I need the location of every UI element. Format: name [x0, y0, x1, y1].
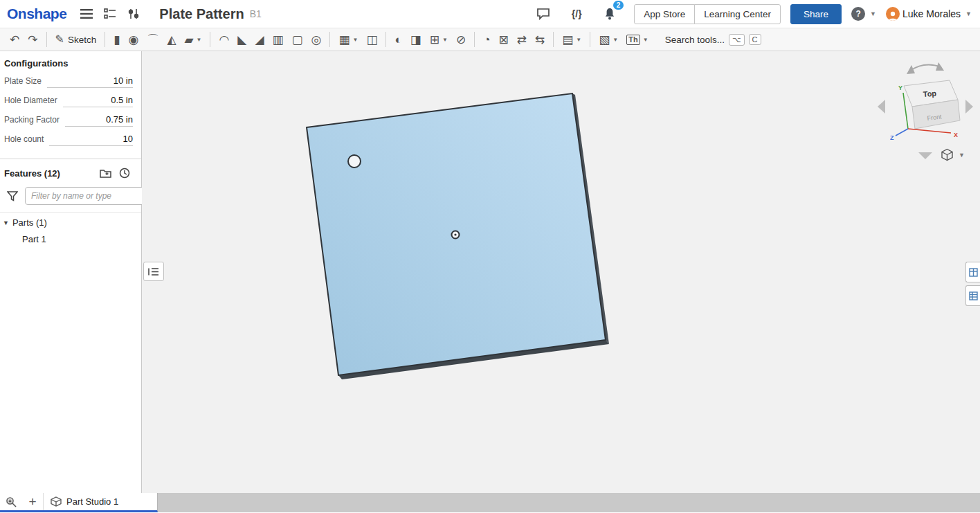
mirror-icon[interactable]: ◫: [363, 30, 381, 49]
sweep-icon[interactable]: ⌒: [143, 30, 162, 49]
fillet-icon[interactable]: ◠: [215, 30, 233, 49]
fillet-glyph: ◠: [219, 34, 229, 46]
history-clock-icon[interactable]: [118, 166, 131, 180]
dropdown-caret-icon[interactable]: ▼: [197, 37, 202, 43]
chevron-down-icon[interactable]: ▼: [3, 219, 9, 226]
top-bar: Onshape Plate Pattern B1 {/} 2: [0, 0, 980, 28]
config-value-input[interactable]: 10: [49, 134, 133, 146]
rotate-right-arrow[interactable]: [965, 100, 973, 114]
config-value-input[interactable]: 10 in: [47, 75, 133, 88]
view-cube-top-label[interactable]: Top: [923, 89, 936, 98]
loft-icon[interactable]: ◭: [163, 30, 179, 49]
tab-bar: + Part Studio 1: [0, 493, 980, 512]
y-axis-line: [903, 93, 908, 129]
search-tools-button[interactable]: Search tools... ⌥C: [665, 34, 761, 46]
config-row: Packing Factor0.75 in: [4, 107, 136, 127]
x-axis-line: [908, 129, 951, 133]
features-header: Features (12): [0, 159, 141, 184]
graphics-viewport[interactable]: Top Front Y Z X ▼: [142, 51, 980, 493]
hole-icon[interactable]: ◎: [308, 30, 325, 49]
onshape-logo[interactable]: Onshape: [7, 6, 66, 22]
appearance-panel-glyph: ▧: [599, 34, 610, 46]
toolbar-tools: ↶↷✎Sketch▮◉⌒◭▰▼◠◣◢▥▢◎▦▼◫◐◨⊞▼⊘◔⊠⇄⇆▤▼▧▼Th▼: [6, 30, 653, 49]
linear-pattern-icon[interactable]: ▦▼: [335, 30, 361, 49]
split-icon[interactable]: ◨: [407, 30, 425, 49]
thicken-glyph: ▰: [184, 34, 193, 46]
view-cube[interactable]: Top Front Y Z X: [872, 57, 977, 162]
thicken-icon[interactable]: ▰▼: [181, 30, 205, 49]
settings-sliders-icon[interactable]: [125, 5, 143, 23]
rotate-left-arrow[interactable]: [878, 100, 885, 114]
config-label: Hole Diameter: [4, 96, 57, 107]
help-menu[interactable]: ? ▼: [851, 7, 876, 21]
boolean-icon[interactable]: ◐: [391, 30, 405, 49]
hole-1[interactable]: [348, 155, 361, 168]
view-options-button[interactable]: ▼: [941, 148, 965, 161]
revolve-icon[interactable]: ◉: [125, 30, 143, 49]
modify-fillet-icon[interactable]: ◔: [480, 30, 493, 49]
rib-icon[interactable]: ▥: [269, 30, 287, 49]
help-icon[interactable]: ?: [851, 7, 865, 21]
appearance-panel-icon[interactable]: ▧▼: [595, 30, 621, 49]
filter-input[interactable]: [25, 187, 145, 205]
new-folder-icon[interactable]: [98, 166, 112, 180]
featurescript-braces-icon[interactable]: {/}: [568, 5, 586, 23]
feature-toolbar: ↶↷✎Sketch▮◉⌒◭▰▼◠◣◢▥▢◎▦▼◫◐◨⊞▼⊘◔⊠⇄⇆▤▼▧▼Th▼…: [0, 28, 980, 51]
extrude-icon[interactable]: ▮: [110, 30, 123, 49]
learning-center-button[interactable]: Learning Center: [694, 4, 781, 24]
toolbar-separator: [385, 32, 386, 47]
split-glyph: ◨: [410, 34, 421, 46]
chamfer-icon[interactable]: ◣: [234, 30, 250, 49]
toolbar-separator: [590, 32, 590, 47]
sketch-button[interactable]: ✎Sketch: [52, 30, 100, 49]
dropdown-caret-icon[interactable]: ▼: [442, 37, 448, 43]
share-button[interactable]: Share: [790, 4, 842, 24]
notifications-bell-icon[interactable]: 2: [601, 5, 619, 23]
loft-glyph: ◭: [167, 34, 176, 46]
dropdown-caret-icon[interactable]: ▼: [576, 37, 581, 43]
config-value-input[interactable]: 0.75 in: [65, 114, 133, 127]
undo-icon[interactable]: ↶: [6, 30, 23, 49]
redo-icon[interactable]: ↷: [24, 30, 41, 49]
hamburger-menu-icon[interactable]: [78, 5, 96, 23]
config-row: Hole Diameter0.5 in: [4, 88, 136, 107]
add-tab-button[interactable]: +: [22, 493, 43, 510]
view-mode-cube-icon: [941, 148, 954, 161]
model-canvas[interactable]: [142, 51, 979, 493]
move-face-icon[interactable]: ⇄: [514, 30, 530, 49]
config-label: Plate Size: [4, 76, 42, 88]
modify-fillet-glyph: ◔: [483, 34, 490, 46]
document-outline-icon[interactable]: [101, 5, 119, 23]
filter-funnel-icon[interactable]: [7, 191, 18, 201]
rotate-down-arrow[interactable]: [918, 152, 932, 159]
tab-part-studio-1[interactable]: Part Studio 1: [43, 493, 157, 510]
feature-list-toggle-button[interactable]: [143, 262, 164, 281]
parts-panel-tab[interactable]: [965, 262, 980, 282]
sketch-label: Sketch: [68, 35, 96, 45]
dropdown-caret-icon[interactable]: ▼: [353, 37, 359, 43]
parts-group-header[interactable]: ▼ Parts (1): [0, 212, 141, 231]
shortcut-key-option: ⌥: [729, 34, 745, 46]
surface-tools-icon[interactable]: ▤▼: [559, 30, 585, 49]
dropdown-caret-icon[interactable]: ▼: [612, 37, 618, 43]
app-store-button[interactable]: App Store: [634, 4, 695, 24]
user-menu[interactable]: Luke Morales ▼: [886, 7, 972, 21]
custom-features-icon[interactable]: Th▼: [623, 30, 651, 49]
part-list-item[interactable]: Part 1: [0, 231, 141, 248]
comment-icon[interactable]: [534, 5, 552, 23]
draft-icon[interactable]: ◢: [251, 30, 267, 49]
transform-icon[interactable]: ⊞▼: [426, 30, 451, 49]
search-tabs-icon[interactable]: [0, 493, 22, 510]
delete-part-glyph: ⊘: [456, 34, 466, 46]
z-axis-label: Z: [890, 134, 894, 141]
parts-group-label: Parts (1): [12, 217, 47, 228]
shell-icon[interactable]: ▢: [289, 30, 307, 49]
delete-part-icon[interactable]: ⊘: [453, 30, 469, 49]
config-value-input[interactable]: 0.5 in: [63, 95, 133, 107]
bom-panel-tab[interactable]: [965, 285, 980, 306]
delete-face-icon[interactable]: ⊠: [496, 30, 512, 49]
dropdown-caret-icon[interactable]: ▼: [643, 37, 648, 43]
replace-face-icon[interactable]: ⇆: [532, 30, 548, 49]
shortcut-key-c: C: [749, 34, 761, 45]
document-version-badge[interactable]: B1: [250, 8, 262, 19]
